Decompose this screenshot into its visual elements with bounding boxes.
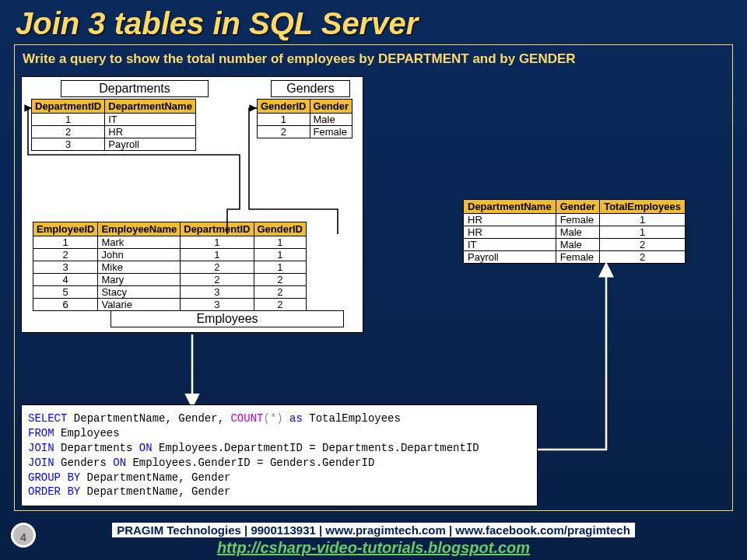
cell: 3: [33, 261, 98, 274]
slide-title: Join 3 tables in SQL Server: [0, 0, 747, 44]
cell: Male: [556, 226, 600, 239]
cell: 2: [600, 239, 686, 251]
cell: IT: [464, 239, 556, 251]
table-row: 4Mary22: [33, 274, 307, 286]
col-header: DepartmentName: [105, 100, 196, 114]
cell: Payroll: [464, 251, 556, 264]
col-header: Gender: [556, 200, 600, 214]
cell: 3: [181, 299, 254, 311]
employees-label: Employees: [110, 310, 344, 327]
cell: 4: [33, 274, 98, 286]
cell: HR: [105, 126, 196, 138]
cell: 2: [33, 249, 98, 261]
footer: PRAGIM Technologies | 9900113931 | www.p…: [0, 523, 747, 557]
cell: 2: [254, 274, 307, 286]
cell: 1: [600, 214, 686, 226]
cell: Male: [556, 239, 600, 251]
cell: Valarie: [98, 299, 181, 311]
table-row: ITMale2: [464, 239, 686, 251]
footer-credits: PRAGIM Technologies | 9900113931 | www.p…: [112, 523, 635, 537]
cell: 2: [600, 251, 686, 264]
table-row: 1Mark11: [33, 236, 307, 249]
cell: HR: [464, 214, 556, 226]
cell: 1: [33, 236, 98, 249]
question-text: Write a query to show the total number o…: [15, 45, 732, 72]
table-row: 1Male: [258, 114, 352, 126]
departments-table: DepartmentIDDepartmentName1IT2HR3Payroll: [31, 99, 196, 151]
col-header: DepartmentID: [32, 100, 105, 114]
cell: 5: [33, 286, 98, 299]
col-header: DepartmentName: [464, 200, 556, 214]
col-header: EmployeeName: [98, 222, 181, 236]
table-row: 2Female: [258, 126, 352, 138]
genders-table: GenderIDGender1Male2Female: [257, 99, 352, 138]
table-row: PayrollFemale2: [464, 251, 686, 264]
cell: 6: [33, 299, 98, 311]
table-row: 2John11: [33, 249, 307, 261]
footer-link[interactable]: http://csharp-video-tutorials.blogspot.c…: [0, 539, 747, 557]
table-row: 5Stacy32: [33, 286, 307, 299]
col-header: GenderID: [254, 222, 307, 236]
cell: IT: [105, 114, 196, 126]
departments-label: Departments: [61, 80, 209, 97]
sql-query: SELECT DepartmentName, Gender, COUNT(*) …: [21, 404, 538, 506]
schema-diagram: Departments Genders Employees Department…: [21, 76, 363, 333]
cell: Male: [310, 114, 352, 126]
cell: 2: [32, 126, 105, 138]
cell: HR: [464, 226, 556, 239]
cell: 1: [181, 236, 254, 249]
cell: 1: [254, 236, 307, 249]
cell: 1: [600, 226, 686, 239]
cell: Female: [556, 251, 600, 264]
col-header: TotalEmployees: [600, 200, 686, 214]
result-table: DepartmentNameGenderTotalEmployeesHRFema…: [463, 199, 686, 264]
cell: 2: [181, 274, 254, 286]
table-row: 6Valarie32: [33, 299, 307, 311]
col-header: Gender: [310, 100, 352, 114]
col-header: EmployeeID: [33, 222, 98, 236]
cell: 2: [258, 126, 310, 138]
employees-table: EmployeeIDEmployeeNameDepartmentIDGender…: [33, 222, 307, 311]
cell: 2: [254, 299, 307, 311]
genders-label: Genders: [271, 80, 350, 97]
cell: 1: [258, 114, 310, 126]
cell: Payroll: [105, 138, 196, 151]
cell: 2: [254, 286, 307, 299]
table-row: HRFemale1: [464, 214, 686, 226]
content-frame: Write a query to show the total number o…: [14, 44, 733, 511]
cell: Mary: [98, 274, 181, 286]
cell: 3: [32, 138, 105, 151]
table-row: 3Payroll: [32, 138, 196, 151]
cell: 1: [254, 261, 307, 274]
cell: 1: [254, 249, 307, 261]
cell: 1: [32, 114, 105, 126]
col-header: DepartmentID: [181, 222, 254, 236]
cell: 3: [181, 286, 254, 299]
table-row: HRMale1: [464, 226, 686, 239]
table-row: 2HR: [32, 126, 196, 138]
cell: John: [98, 249, 181, 261]
table-row: 3Mike21: [33, 261, 307, 274]
cell: 2: [181, 261, 254, 274]
cell: Stacy: [98, 286, 181, 299]
cell: Mike: [98, 261, 181, 274]
cell: Female: [310, 126, 352, 138]
table-row: 1IT: [32, 114, 196, 126]
cell: Mark: [98, 236, 181, 249]
col-header: GenderID: [258, 100, 310, 114]
cell: Female: [556, 214, 600, 226]
cell: 1: [181, 249, 254, 261]
